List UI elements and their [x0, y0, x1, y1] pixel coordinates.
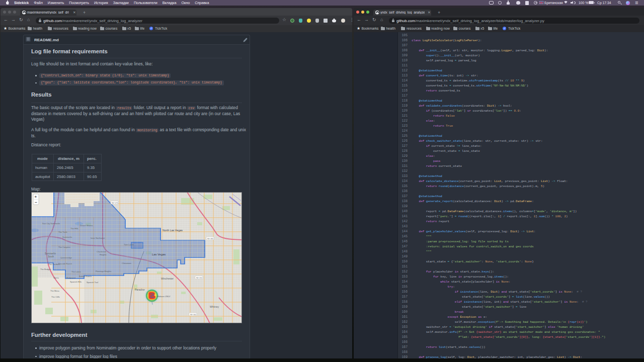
svg-text:Chinatown: Chinatown — [122, 262, 131, 264]
svg-text:The Lakes: The Lakes — [71, 270, 81, 273]
svg-text:Peccole Ranch: Peccole Ranch — [58, 262, 72, 265]
svg-text:Whitney: Whitney — [210, 305, 219, 308]
svg-text:Bridgeport: Bridgeport — [66, 277, 76, 279]
svg-text:Desert Shores: Desert Shores — [80, 224, 93, 227]
svg-text:Twin Lakes: Twin Lakes — [124, 243, 134, 246]
svg-text:NV 573: NV 573 — [112, 202, 118, 204]
svg-text:Midtown UNLV: Midtown UNLV — [157, 295, 171, 298]
svg-text:+: + — [35, 195, 37, 199]
svg-text:Summerlin: Summerlin — [45, 252, 56, 255]
svg-text:Spanish Trail: Spanish Trail — [87, 281, 98, 284]
svg-text:Winchester: Winchester — [161, 277, 174, 280]
svg-text:Paradise: Paradise — [135, 288, 145, 291]
svg-text:Summerlin: Summerlin — [62, 236, 72, 238]
svg-text:Heights: Heights — [100, 253, 107, 256]
svg-text:The Gardens: The Gardens — [48, 263, 60, 265]
svg-text:Inner Northwest: Inner Northwest — [91, 237, 105, 239]
svg-text:Charleston: Charleston — [97, 250, 106, 253]
svg-text:The Trails: The Trails — [58, 231, 67, 233]
svg-text:−: − — [35, 200, 37, 205]
svg-text:Las Vegas: Las Vegas — [152, 253, 166, 256]
svg-text:NV 582: NV 582 — [207, 238, 213, 240]
svg-text:South: South — [48, 255, 54, 258]
svg-text:The Canyons: The Canyons — [58, 246, 70, 248]
svg-text:Queensridge: Queensridge — [60, 256, 72, 259]
svg-text:NV 562: NV 562 — [190, 314, 196, 316]
svg-text:The Cliffs: The Cliffs — [51, 296, 60, 298]
svg-text:Buffalo Ranch: Buffalo Ranch — [79, 275, 92, 278]
svg-text:The Mesa: The Mesa — [50, 290, 60, 292]
svg-text:Sun City Summerlin: Sun City Summerlin — [42, 222, 60, 225]
svg-text:Flamingo Heights: Flamingo Heights — [96, 270, 111, 273]
svg-text:North Las Vegas: North Las Vegas — [163, 229, 183, 232]
svg-text:Spanish Hills: Spanish Hills — [70, 281, 82, 283]
svg-text:Sierra: Sierra — [53, 277, 59, 279]
svg-text:The Bridges: The Bridges — [40, 268, 51, 270]
svg-text:The Hills: The Hills — [70, 227, 78, 230]
svg-text:NV 592: NV 592 — [196, 277, 202, 279]
